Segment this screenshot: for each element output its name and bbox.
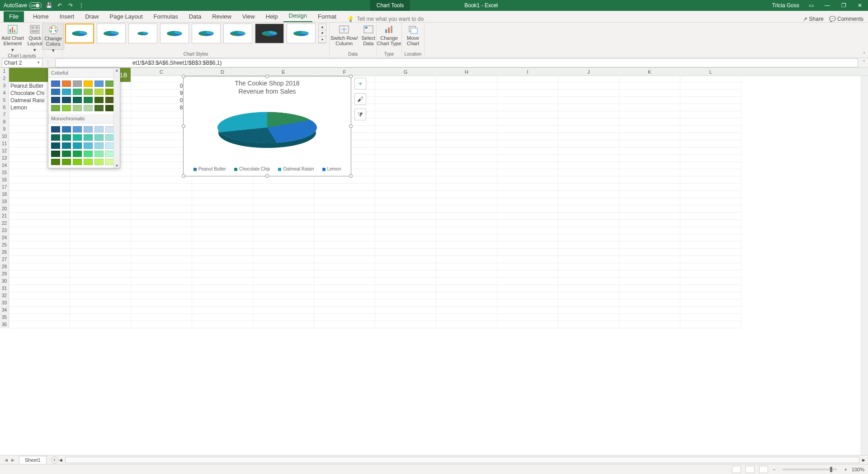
color-swatch[interactable] xyxy=(73,81,82,87)
color-swatch[interactable] xyxy=(62,126,71,133)
color-swatch[interactable] xyxy=(62,105,71,111)
row-header[interactable]: 22 xyxy=(0,220,9,227)
color-swatch[interactable] xyxy=(51,81,60,87)
collapse-ribbon-icon[interactable]: ˄ xyxy=(863,52,865,57)
color-swatch[interactable] xyxy=(73,105,82,111)
chart-style-5[interactable] xyxy=(192,24,221,43)
color-swatch[interactable] xyxy=(94,126,104,133)
color-swatch[interactable] xyxy=(105,134,114,141)
row-header[interactable]: 13 xyxy=(0,155,9,162)
pie-plot-area[interactable] xyxy=(217,98,317,157)
change-chart-type-button[interactable]: Change Chart Type xyxy=(375,24,403,47)
row-header[interactable]: 19 xyxy=(0,198,9,205)
color-swatch[interactable] xyxy=(94,134,104,141)
chart-title[interactable]: The Cookie Shop 2018 Revenue from Sales xyxy=(184,76,351,95)
page-layout-view-icon[interactable] xyxy=(745,466,755,473)
row-header[interactable]: 23 xyxy=(0,227,9,234)
row-header[interactable]: 21 xyxy=(0,213,9,220)
row-header[interactable]: 15 xyxy=(0,169,9,176)
color-swatch[interactable] xyxy=(84,89,93,95)
color-swatch[interactable] xyxy=(94,159,104,165)
row-header[interactable]: 8 xyxy=(0,118,9,126)
zoom-out-icon[interactable]: − xyxy=(773,467,775,472)
page-break-view-icon[interactable] xyxy=(759,466,768,473)
color-swatch[interactable] xyxy=(73,151,82,157)
change-colors-button[interactable]: Change Colors▾ xyxy=(42,24,64,50)
color-swatch[interactable] xyxy=(84,81,93,87)
normal-view-icon[interactable] xyxy=(732,466,741,473)
row-header[interactable]: 34 xyxy=(0,307,9,314)
row-header[interactable]: 10 xyxy=(0,133,9,140)
hscroll-right-icon[interactable]: ► xyxy=(861,457,866,463)
color-swatch[interactable] xyxy=(94,142,104,149)
hscroll-left-icon[interactable]: ◄ xyxy=(58,457,63,463)
color-swatch[interactable] xyxy=(84,126,93,133)
color-swatch[interactable] xyxy=(51,151,60,157)
minimize-icon[interactable]: — xyxy=(823,1,832,10)
color-swatch[interactable] xyxy=(62,159,71,165)
row-header[interactable]: 3 xyxy=(0,82,9,90)
color-swatch[interactable] xyxy=(73,134,82,141)
tab-draw[interactable]: Draw xyxy=(80,11,104,22)
tab-formulas[interactable]: Formulas xyxy=(148,11,184,22)
dropdown-scrollbar[interactable]: ▲▼ xyxy=(113,68,120,168)
tab-insert[interactable]: Insert xyxy=(54,11,80,22)
row-header[interactable]: 16 xyxy=(0,176,9,184)
color-swatch[interactable] xyxy=(73,89,82,95)
color-swatch[interactable] xyxy=(105,97,114,103)
color-swatch[interactable] xyxy=(62,142,71,149)
zoom-in-icon[interactable]: + xyxy=(844,467,847,472)
quick-layout-button[interactable]: Quick Layout▾ xyxy=(26,24,44,53)
row-header[interactable]: 28 xyxy=(0,263,9,270)
row-header[interactable]: 32 xyxy=(0,292,9,299)
chart-style-2[interactable] xyxy=(97,24,126,43)
color-swatch[interactable] xyxy=(51,97,60,103)
row-header[interactable]: 36 xyxy=(0,321,9,328)
color-swatch[interactable] xyxy=(51,105,60,111)
name-box[interactable]: Chart 2▼ xyxy=(2,58,42,67)
chart-elements-button[interactable]: ＋ xyxy=(354,78,366,90)
worksheet-grid[interactable]: ABCDEFGHIJKL 123456789101112131415161718… xyxy=(0,68,868,455)
chart-style-7[interactable] xyxy=(255,24,284,43)
color-swatch[interactable] xyxy=(105,142,114,149)
color-swatch[interactable] xyxy=(94,89,104,95)
row-header[interactable]: 26 xyxy=(0,249,9,256)
vertical-scrollbar[interactable] xyxy=(861,76,868,455)
row-header[interactable]: 31 xyxy=(0,285,9,292)
row-header[interactable]: 1 xyxy=(0,68,9,75)
new-sheet-button[interactable]: ＋ xyxy=(51,456,58,464)
tab-design[interactable]: Design xyxy=(283,10,312,22)
row-header[interactable]: 18 xyxy=(0,191,9,198)
color-swatch[interactable] xyxy=(84,105,93,111)
color-swatch[interactable] xyxy=(94,151,104,157)
color-swatch[interactable] xyxy=(73,126,82,133)
close-icon[interactable]: ✕ xyxy=(855,1,864,10)
chart-filters-button[interactable]: ⧩ xyxy=(354,109,366,120)
maximize-icon[interactable]: ❐ xyxy=(839,1,848,10)
row-header[interactable]: 33 xyxy=(0,299,9,307)
tab-view[interactable]: View xyxy=(237,11,260,22)
row-header[interactable]: 20 xyxy=(0,205,9,213)
color-swatch[interactable] xyxy=(51,89,60,95)
color-swatch[interactable] xyxy=(62,134,71,141)
chart-legend[interactable]: Peanut Butter Chocolate Chip Oatmeal Rai… xyxy=(184,166,351,171)
zoom-slider[interactable] xyxy=(783,469,837,470)
ribbon-display-icon[interactable]: ▭ xyxy=(807,1,816,10)
color-swatch[interactable] xyxy=(105,81,114,87)
color-swatch[interactable] xyxy=(73,159,82,165)
row-header[interactable]: 12 xyxy=(0,147,9,155)
color-swatch[interactable] xyxy=(105,151,114,157)
add-chart-element-button[interactable]: Add Chart Element▾ xyxy=(0,24,26,53)
sheet-nav-prev-icon[interactable]: ◄ xyxy=(4,457,9,463)
tab-data[interactable]: Data xyxy=(184,11,207,22)
row-header[interactable]: 2 xyxy=(0,75,9,82)
chart-style-1[interactable] xyxy=(65,24,94,43)
touch-mode-icon[interactable]: ⋮ xyxy=(78,2,85,9)
color-swatch[interactable] xyxy=(84,159,93,165)
color-swatch[interactable] xyxy=(105,159,114,165)
row-header[interactable]: 25 xyxy=(0,242,9,249)
color-swatch[interactable] xyxy=(62,97,71,103)
chart-style-4[interactable] xyxy=(160,24,189,43)
color-swatch[interactable] xyxy=(105,89,114,95)
tab-home[interactable]: Home xyxy=(28,11,54,22)
